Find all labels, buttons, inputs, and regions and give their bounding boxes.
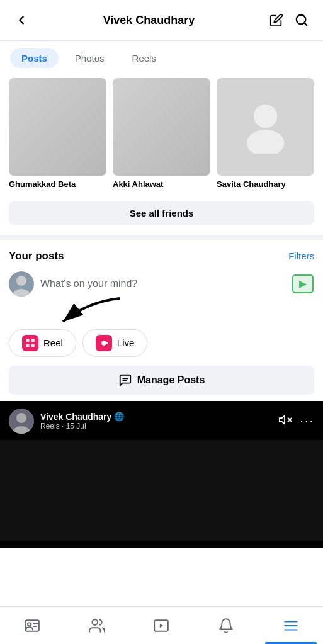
more-options-button[interactable]: ···: [300, 414, 314, 428]
nav-menu[interactable]: [258, 607, 323, 644]
see-all-friends-button[interactable]: See all friends: [9, 201, 314, 225]
svg-point-16: [106, 342, 108, 344]
manage-posts-icon: [118, 373, 132, 387]
your-posts-title: Your posts: [9, 250, 64, 263]
svg-marker-22: [280, 415, 285, 424]
nav-friends[interactable]: [65, 607, 130, 644]
friend-image-1: [9, 78, 106, 176]
video-post-card: Vivek Chaudhary 🌐 Reels · 15 Jul ···: [0, 401, 323, 548]
section-divider: [0, 235, 323, 240]
nav-notifications[interactable]: [194, 607, 259, 644]
content-tabs: Posts Photos Reels: [0, 41, 323, 73]
photo-icon-button[interactable]: ▶: [292, 273, 314, 295]
svg-rect-14: [31, 344, 35, 347]
search-button[interactable]: [290, 9, 313, 31]
video-content: [0, 440, 323, 541]
svg-marker-31: [160, 623, 163, 628]
friend-name: Ghumakkad Beta: [9, 179, 106, 190]
bottom-navigation: [0, 606, 323, 644]
header: Vivek Chaudhary: [0, 0, 323, 41]
reel-button[interactable]: Reel: [9, 329, 76, 357]
video-user-name: Vivek Chaudhary 🌐: [40, 412, 124, 422]
video-card-user: Vivek Chaudhary 🌐 Reels · 15 Jul: [9, 409, 124, 434]
person-silhouette-icon: [239, 100, 292, 154]
composer-avatar: [9, 271, 34, 297]
back-button[interactable]: [10, 9, 33, 31]
post-composer: What's on your mind? ▶: [0, 266, 323, 302]
globe-icon: 🌐: [114, 412, 124, 421]
friends-grid: Ghumakkad Beta Akki Ahlawat Savita Chaud…: [0, 73, 323, 195]
tab-reels[interactable]: Reels: [121, 48, 167, 68]
live-label: Live: [117, 337, 135, 348]
svg-text:▶: ▶: [299, 278, 307, 289]
live-symbol: [98, 337, 110, 349]
header-actions: [265, 9, 313, 31]
tab-photos[interactable]: Photos: [64, 48, 116, 68]
friend-image-2: [113, 78, 210, 176]
avatar-image: [9, 271, 34, 297]
friend-name: Akki Ahlawat: [113, 179, 210, 190]
friend-avatar-placeholder: [217, 78, 314, 176]
avatar-img: [9, 409, 34, 434]
post-action-buttons: Reel Live: [0, 327, 323, 363]
friends-icon: [89, 618, 105, 634]
mute-button[interactable]: [278, 413, 292, 429]
svg-rect-11: [26, 339, 29, 342]
svg-point-3: [247, 130, 285, 154]
svg-rect-25: [25, 620, 39, 631]
svg-rect-12: [31, 339, 35, 342]
friend-card[interactable]: Akki Ahlawat: [113, 78, 210, 190]
nav-watch[interactable]: [129, 607, 194, 644]
page-title: Vivek Chaudhary: [33, 14, 265, 27]
nav-profile[interactable]: [0, 607, 65, 644]
video-user-meta: Reels · 15 Jul: [40, 422, 124, 431]
friend-card[interactable]: Ghumakkad Beta: [9, 78, 106, 190]
reel-icon: [22, 335, 38, 351]
reel-symbol: [25, 337, 36, 349]
bell-icon: [218, 618, 234, 634]
arrow-icon: [50, 295, 126, 327]
video-user-info: Vivek Chaudhary 🌐 Reels · 15 Jul: [40, 412, 124, 431]
friend-card[interactable]: Savita Chaudhary: [217, 78, 314, 190]
svg-point-15: [101, 341, 106, 346]
svg-point-5: [16, 276, 26, 286]
tab-posts[interactable]: Posts: [10, 48, 59, 68]
video-icon: [153, 618, 169, 634]
arrow-annotation: [0, 302, 323, 327]
friend-avatar: [113, 78, 210, 176]
reel-label: Reel: [43, 337, 63, 348]
svg-point-2: [254, 105, 278, 128]
your-posts-header: Your posts Filters: [0, 244, 323, 266]
svg-point-29: [92, 619, 98, 625]
live-icon: [96, 335, 112, 351]
friend-name: Savita Chaudhary: [217, 179, 314, 190]
live-button[interactable]: Live: [82, 329, 148, 357]
video-card-header: Vivek Chaudhary 🌐 Reels · 15 Jul ···: [9, 409, 314, 434]
friend-avatar: [9, 78, 106, 176]
photo-video-icon: ▶: [292, 273, 314, 295]
manage-posts-label: Manage Posts: [137, 375, 205, 386]
mute-icon: [278, 413, 292, 427]
manage-posts-button[interactable]: Manage Posts: [9, 366, 314, 395]
id-card-icon: [24, 618, 40, 634]
composer-placeholder[interactable]: What's on your mind?: [40, 278, 285, 290]
edit-button[interactable]: [265, 9, 288, 31]
svg-point-26: [28, 623, 31, 626]
svg-point-20: [16, 413, 26, 423]
svg-line-1: [304, 23, 307, 25]
svg-rect-13: [26, 344, 29, 347]
filters-button[interactable]: Filters: [288, 251, 314, 261]
menu-icon: [283, 618, 299, 634]
video-user-avatar[interactable]: [9, 409, 34, 434]
video-card-actions: ···: [278, 413, 314, 429]
